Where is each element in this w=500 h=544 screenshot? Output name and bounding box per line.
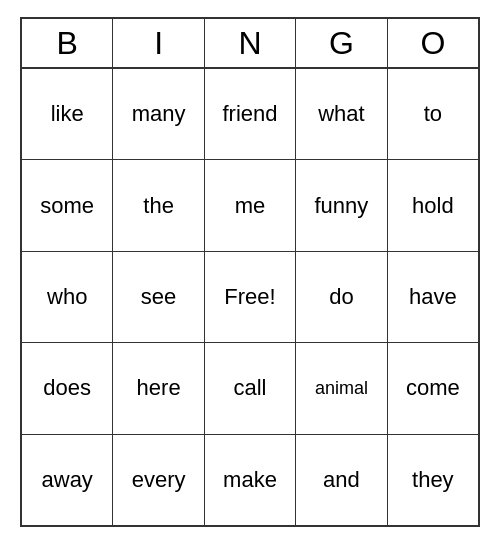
- bingo-body: likemanyfriendwhattosomethemefunnyholdwh…: [22, 69, 478, 525]
- cell-r2-c1[interactable]: see: [113, 252, 204, 342]
- cell-r3-c0[interactable]: does: [22, 343, 113, 433]
- cell-r4-c0[interactable]: away: [22, 435, 113, 525]
- bingo-row-4: awayeverymakeandthey: [22, 435, 478, 525]
- header-letter-i: I: [113, 19, 204, 67]
- cell-r4-c1[interactable]: every: [113, 435, 204, 525]
- cell-r4-c2[interactable]: make: [205, 435, 296, 525]
- cell-r3-c1[interactable]: here: [113, 343, 204, 433]
- cell-r2-c4[interactable]: have: [388, 252, 478, 342]
- bingo-row-1: somethemefunnyhold: [22, 160, 478, 251]
- cell-r3-c3[interactable]: animal: [296, 343, 387, 433]
- cell-r4-c4[interactable]: they: [388, 435, 478, 525]
- header-letter-o: O: [388, 19, 478, 67]
- cell-r0-c2[interactable]: friend: [205, 69, 296, 159]
- bingo-row-2: whoseeFree!dohave: [22, 252, 478, 343]
- cell-r4-c3[interactable]: and: [296, 435, 387, 525]
- bingo-header: BINGO: [22, 19, 478, 69]
- cell-r1-c1[interactable]: the: [113, 160, 204, 250]
- cell-r2-c2[interactable]: Free!: [205, 252, 296, 342]
- cell-r1-c3[interactable]: funny: [296, 160, 387, 250]
- cell-r3-c2[interactable]: call: [205, 343, 296, 433]
- header-letter-b: B: [22, 19, 113, 67]
- cell-r0-c1[interactable]: many: [113, 69, 204, 159]
- header-letter-g: G: [296, 19, 387, 67]
- cell-r1-c4[interactable]: hold: [388, 160, 478, 250]
- cell-r0-c3[interactable]: what: [296, 69, 387, 159]
- cell-r2-c3[interactable]: do: [296, 252, 387, 342]
- bingo-row-3: doesherecallanimalcome: [22, 343, 478, 434]
- cell-r0-c0[interactable]: like: [22, 69, 113, 159]
- cell-r1-c0[interactable]: some: [22, 160, 113, 250]
- bingo-row-0: likemanyfriendwhatto: [22, 69, 478, 160]
- cell-r3-c4[interactable]: come: [388, 343, 478, 433]
- bingo-card: BINGO likemanyfriendwhattosomethemefunny…: [20, 17, 480, 527]
- header-letter-n: N: [205, 19, 296, 67]
- cell-r2-c0[interactable]: who: [22, 252, 113, 342]
- cell-r1-c2[interactable]: me: [205, 160, 296, 250]
- cell-r0-c4[interactable]: to: [388, 69, 478, 159]
